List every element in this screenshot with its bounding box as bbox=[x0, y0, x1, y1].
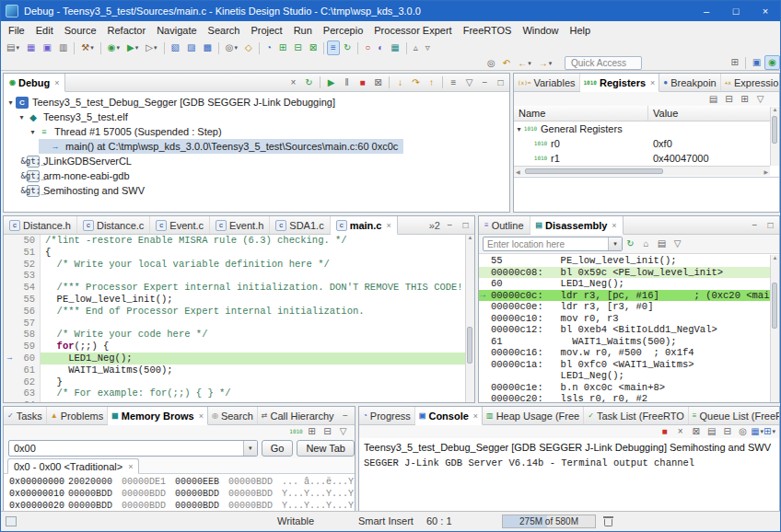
memory-word[interactable]: 00000BDD bbox=[122, 489, 175, 501]
new-class-button[interactable]: ▩ bbox=[199, 40, 215, 55]
scrollbar-thumb[interactable] bbox=[525, 168, 663, 174]
memory-word[interactable]: 20020000 bbox=[68, 477, 122, 489]
scroll-right-icon[interactable]: ▶ bbox=[764, 168, 768, 175]
open-perspective-button[interactable]: ⊞ bbox=[727, 55, 741, 70]
rendering-tab[interactable]: 0x0 - 0x00 <Traditional> × bbox=[7, 458, 139, 474]
refresh-button[interactable]: ↻ bbox=[623, 237, 638, 251]
close-button[interactable]: × bbox=[751, 1, 780, 21]
code-line[interactable]: 55 PE_low_level_init(); bbox=[4, 294, 465, 306]
asm-source-line[interactable]: LED1_Neg(); bbox=[479, 370, 770, 382]
go-button[interactable]: Go bbox=[262, 440, 294, 457]
memory-word[interactable]: 00000EEB bbox=[175, 477, 228, 489]
menu-percepio[interactable]: Percepio bbox=[318, 23, 368, 38]
console-output-line[interactable]: SEGGER J-Link GDB Server V6.14b - Termin… bbox=[359, 453, 779, 468]
code-text[interactable] bbox=[41, 318, 465, 330]
asm-line[interactable]: 00000c10: mov r0, r3 bbox=[479, 313, 770, 325]
terminate-button[interactable]: ■ bbox=[355, 75, 370, 89]
menu-window[interactable]: Window bbox=[517, 23, 564, 38]
remove-launch-button[interactable]: × bbox=[672, 425, 688, 439]
debug-button[interactable]: ◉▾ bbox=[104, 40, 123, 55]
tab-breakpoints[interactable]: ● Breakpoin bbox=[659, 74, 720, 91]
disassembly-vertical-scrollbar[interactable]: ▲ bbox=[770, 255, 779, 402]
registers-horizontal-scrollbar[interactable]: ◀ ▶ bbox=[514, 166, 770, 176]
tab-heap-usage[interactable]: ▥Heap Usage (Free bbox=[483, 407, 584, 424]
scrollbar-thumb[interactable] bbox=[467, 327, 472, 364]
name-column-header[interactable]: Name bbox=[514, 106, 648, 121]
forward-button[interactable]: →▾ bbox=[535, 56, 556, 71]
garbage-collect-button[interactable] bbox=[603, 515, 613, 527]
tab-overflow-button[interactable]: »2 bbox=[427, 218, 442, 232]
menu-file[interactable]: File bbox=[3, 23, 30, 38]
code-text[interactable]: /* Write your local variable definition … bbox=[41, 259, 465, 271]
code-line[interactable]: 53 bbox=[4, 270, 465, 282]
combo-dropdown-button[interactable]: ▾ bbox=[608, 237, 622, 250]
code-editor[interactable]: 50/*lint -restore Enable MISRA rule (6.3… bbox=[4, 235, 465, 402]
step-into-button[interactable]: ↓ bbox=[392, 75, 408, 89]
close-icon[interactable]: × bbox=[650, 78, 655, 87]
code-line[interactable]: 61 WAIT1_Waitms(500); bbox=[4, 364, 465, 376]
memory-word[interactable]: 00000BDD bbox=[175, 489, 228, 501]
close-icon[interactable]: × bbox=[199, 411, 204, 421]
asm-line[interactable]: 00000c08: bl 0x59c <PE_low_level_init> bbox=[479, 267, 770, 279]
freertos-queue-button[interactable]: ⊠ bbox=[306, 40, 321, 55]
scroll-lock-button[interactable]: ⊟ bbox=[719, 425, 735, 439]
step-over-button[interactable]: ↷ bbox=[408, 75, 424, 89]
code-line[interactable]: 62 } bbox=[4, 376, 465, 388]
code-text[interactable]: WAIT1_Waitms(500); bbox=[41, 364, 465, 376]
expander-icon[interactable]: ▾ bbox=[514, 125, 524, 133]
tree-item-semihosting[interactable]: &gt;_ Semihosting and SWV bbox=[4, 183, 150, 198]
code-text[interactable]: LED1_Neg(); bbox=[41, 353, 465, 364]
menu-project[interactable]: Project bbox=[245, 23, 287, 38]
menu-processor-expert[interactable]: Processor Expert bbox=[368, 23, 457, 38]
menu-search[interactable]: Search bbox=[203, 23, 246, 38]
tree-item-stack-frame[interactable]: → main() at C:\tmp\wsp_kds_3.0.0\Teensy3… bbox=[39, 139, 403, 154]
tab-console[interactable]: ▣Console× bbox=[415, 407, 483, 425]
minimize-button[interactable]: – bbox=[692, 1, 721, 21]
view-menu-button[interactable]: ▽ bbox=[461, 75, 477, 89]
tab-event-c[interactable]: cEvent.c bbox=[150, 216, 210, 234]
code-text[interactable]: for(;;) { bbox=[41, 341, 465, 353]
memory-word[interactable]: 00000BDD bbox=[228, 477, 282, 489]
build-button[interactable]: ⚒▾ bbox=[77, 40, 97, 55]
location-combo[interactable]: Enter location here ▾ bbox=[483, 237, 623, 251]
scroll-up-icon[interactable]: ▲ bbox=[468, 235, 473, 240]
resume-button[interactable]: ▶ bbox=[323, 75, 339, 89]
freertos-task-button[interactable]: ⊟ bbox=[290, 40, 305, 55]
asm-source-line[interactable]: 60 LED1_Neg(); bbox=[479, 278, 770, 290]
tree-item-elf[interactable]: ▾ ◆ Teensy3_5_test.elf bbox=[4, 110, 134, 124]
code-text[interactable]: /*** Processor Expert internal initializ… bbox=[41, 282, 465, 294]
code-line[interactable]: 59 for(;;) { bbox=[4, 341, 465, 353]
open-console-button[interactable]: ⊞▾ bbox=[764, 425, 775, 439]
next-annotation-button[interactable]: ▿ bbox=[422, 40, 434, 55]
code-text[interactable] bbox=[41, 399, 465, 402]
asm-line[interactable]: 00000c1e: b.n 0xc0c <main+8> bbox=[479, 382, 770, 394]
code-line[interactable]: 63 /* For example: for(;;) { } */ bbox=[4, 387, 465, 399]
memory-word[interactable]: 00000BDD bbox=[68, 489, 122, 501]
disassembly-body[interactable]: 55 PE_low_level_init(); 00000c08: bl 0x5… bbox=[479, 255, 770, 402]
combo-dropdown-button[interactable]: ▾ bbox=[243, 441, 257, 456]
tab-search[interactable]: ◎Search bbox=[208, 407, 258, 424]
refresh-button[interactable]: ↻ bbox=[340, 40, 355, 55]
code-line[interactable]: 64 bbox=[4, 399, 465, 402]
asm-source-line[interactable]: 55 PE_low_level_init(); bbox=[479, 255, 770, 267]
tab-sda1-c[interactable]: cSDA1.c bbox=[270, 216, 330, 234]
tab-task-list[interactable]: ✓Task List (FreeRTO bbox=[584, 407, 689, 424]
code-text[interactable]: /* For example: for(;;) { } */ bbox=[41, 387, 465, 399]
menu-refactor[interactable]: Refactor bbox=[102, 23, 152, 38]
new-tab-button[interactable]: New Tab bbox=[297, 440, 355, 457]
scrollbar-thumb[interactable] bbox=[772, 116, 777, 144]
tab-expressions[interactable]: +x Expressio bbox=[721, 74, 780, 91]
code-text[interactable]: /*lint -restore Enable MISRA rule (6.3) … bbox=[41, 235, 465, 247]
menu-help[interactable]: Help bbox=[565, 23, 597, 38]
show-source-button[interactable]: ▤ bbox=[654, 237, 670, 251]
debug-perspective-button[interactable]: ◉ bbox=[764, 55, 780, 70]
suspend-button[interactable]: ‖ bbox=[339, 75, 355, 89]
run-button[interactable]: ▶▾ bbox=[123, 40, 142, 55]
code-line[interactable]: 57 bbox=[4, 318, 465, 330]
code-text[interactable]: } bbox=[41, 376, 465, 388]
heap-status-widget[interactable]: 275M of 580M bbox=[502, 515, 596, 528]
home-button[interactable]: ⌂ bbox=[638, 237, 654, 251]
print-button[interactable]: ▥ bbox=[55, 40, 71, 55]
tree-item-launch[interactable]: ▾ C Teensy3_5_test_Debug_Segger [GDB SEG… bbox=[4, 95, 341, 110]
remove-all-button[interactable]: ⊠ bbox=[688, 425, 704, 439]
